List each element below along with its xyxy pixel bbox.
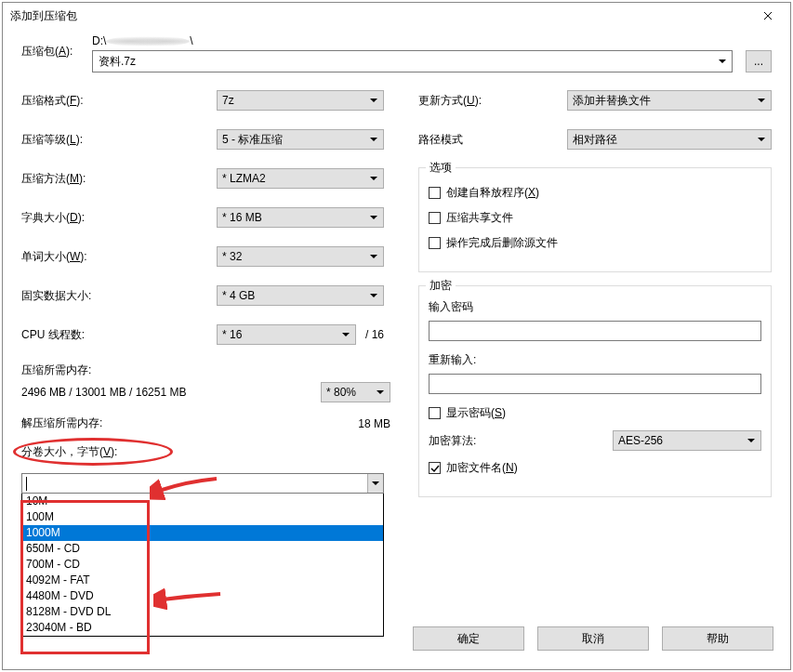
annotation-ellipse [13,438,173,466]
format-select[interactable]: 7z [217,90,384,111]
decomp-value: 18 MB [358,417,390,430]
archive-label: 压缩包(A): [21,34,92,59]
split-dropdown-button[interactable] [367,474,383,493]
split-option[interactable]: 8128M - DVD DL [22,604,383,620]
dict-select[interactable]: * 16 MB [217,207,384,228]
archive-main: D:\\ 资料.7z ... [92,34,772,72]
path-smudge [106,36,190,46]
encryption-fieldset: 加密 输入密码 重新输入: 显示密码(S) 加密算法:AES-256 加密文件名… [418,285,772,497]
options-legend: 选项 [426,160,456,176]
split-option[interactable]: 650M - CD [22,541,383,557]
level-label: 压缩等级(L): [21,132,217,148]
sfx-checkbox[interactable] [429,187,441,199]
password-input[interactable] [429,321,761,341]
archive-row: 压缩包(A): D:\\ 资料.7z ... [21,34,772,72]
sfx-label: 创建自释放程序(X) [446,185,539,201]
format-label: 压缩格式(F): [21,93,217,109]
showpwd-checkbox[interactable] [429,407,441,419]
share-label: 压缩共享文件 [446,210,513,226]
pwd2-label: 重新输入: [429,352,761,368]
encnames-checkbox[interactable] [429,462,441,474]
share-checkbox[interactable] [429,212,441,224]
chevron-down-icon [744,433,759,448]
showpwd-label: 显示密码(S) [446,405,506,421]
text-cursor [26,477,27,491]
split-option[interactable]: 10M [22,494,383,509]
encnames-label: 加密文件名(N) [446,460,518,476]
split-size-combo[interactable] [21,473,384,494]
dialog-title: 添加到压缩包 [10,8,77,24]
chevron-down-icon [715,54,730,69]
dialog-content: 压缩包(A): D:\\ 资料.7z ... 压缩格式(F):7z 压缩等级(L… [3,34,790,637]
chevron-down-icon [338,327,353,342]
split-label: 分卷大小，字节(V): [21,444,117,460]
ok-button[interactable]: 确定 [413,626,524,651]
level-select[interactable]: 5 - 标准压缩 [217,129,384,150]
chevron-down-icon [366,288,381,303]
chevron-down-icon [373,385,388,400]
solid-select[interactable]: * 4 GB [217,285,384,306]
check-icon [430,464,440,473]
titlebar: 添加到压缩包 [3,3,790,29]
close-button[interactable] [753,5,783,27]
cpu-label: CPU 线程数: [21,327,217,343]
chevron-down-icon [366,210,381,225]
mem-label: 压缩所需内存: [21,363,91,376]
chevron-down-icon [366,132,381,147]
word-label: 单词大小(W): [21,249,217,265]
method-select[interactable]: * LZMA2 [217,168,384,189]
cancel-button[interactable]: 取消 [537,626,649,651]
delete-checkbox[interactable] [429,237,441,249]
chevron-down-icon [366,93,381,108]
split-option[interactable]: 4092M - FAT [22,573,383,588]
pathmode-select[interactable]: 相对路径 [567,129,772,150]
delete-label: 操作完成后删除源文件 [446,235,558,251]
chevron-down-icon [366,249,381,264]
mem-info: 2496 MB / 13001 MB / 16251 MB [21,386,186,399]
split-option[interactable]: 100M [22,509,383,525]
chevron-down-icon [754,132,769,147]
chevron-down-icon [754,93,769,108]
pathmode-label: 路径模式 [418,132,567,148]
left-column: 压缩格式(F):7z 压缩等级(L):5 - 标准压缩 压缩方法(M):* LZ… [21,89,390,637]
update-label: 更新方式(U): [418,93,567,109]
solid-label: 固实数据大小: [21,288,217,304]
dict-label: 字典大小(D): [21,210,217,226]
split-option[interactable]: 700M - CD [22,557,383,573]
password-confirm-input[interactable] [429,374,761,394]
cpu-max: / 16 [365,328,384,341]
archive-path: D:\\ [92,34,772,47]
chevron-down-icon [372,481,379,486]
button-row: 确定 取消 帮助 [413,626,773,651]
archive-name-input[interactable]: 资料.7z [92,50,733,72]
options-fieldset: 选项 创建自释放程序(X) 压缩共享文件 操作完成后删除源文件 [418,167,772,272]
mem-percent-select[interactable]: * 80% [321,382,390,402]
enc-method-label: 加密算法: [429,433,476,449]
split-option[interactable]: 4480M - DVD [22,588,383,604]
split-option-selected[interactable]: 1000M [22,525,383,541]
word-select[interactable]: * 32 [217,246,384,267]
split-size-input[interactable] [22,474,367,493]
chevron-down-icon [366,171,381,186]
decomp-label: 解压缩所需内存: [21,415,102,431]
right-column: 更新方式(U):添加并替换文件 路径模式相对路径 选项 创建自释放程序(X) 压… [418,89,772,637]
method-label: 压缩方法(M): [21,171,217,187]
split-size-list[interactable]: 10M 100M 1000M 650M - CD 700M - CD 4092M… [21,493,384,637]
pwd1-label: 输入密码 [429,299,761,315]
add-to-archive-dialog: 添加到压缩包 压缩包(A): D:\\ 资料.7z ... 压缩格式(F):7z [2,2,791,670]
close-icon [763,11,773,20]
split-option[interactable]: 23040M - BD [22,620,383,636]
cpu-select[interactable]: * 16 [217,324,356,345]
encryption-legend: 加密 [426,278,456,294]
update-select[interactable]: 添加并替换文件 [567,90,772,111]
enc-method-select[interactable]: AES-256 [613,430,761,451]
browse-button[interactable]: ... [746,50,772,72]
help-button[interactable]: 帮助 [662,626,773,651]
